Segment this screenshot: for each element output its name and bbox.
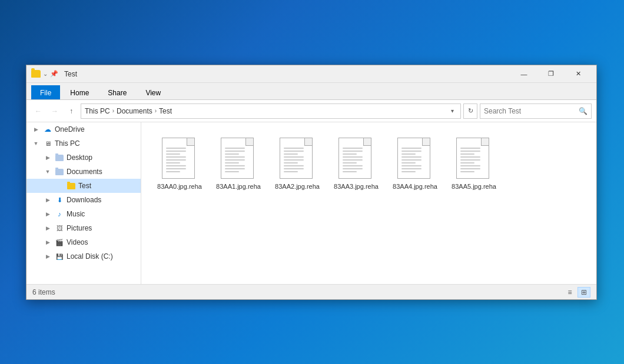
sidebar-item-videos[interactable]: ▶ 🎬 Videos — [26, 235, 141, 249]
search-box: 🔍 — [480, 103, 592, 119]
file-name: 83AA3.jpg.reha — [334, 182, 379, 191]
file-name: 83AA0.jpg.reha — [157, 182, 202, 191]
forward-button[interactable]: → — [48, 104, 62, 118]
sidebar-item-local-disk[interactable]: ▶ 💾 Local Disk (C:) — [26, 249, 141, 263]
file-content-area: 83AA0.jpg.reha83AA1.jpg.reha83AA2.jpg.re… — [141, 122, 596, 284]
file-item[interactable]: 83AA1.jpg.reha — [212, 134, 265, 194]
sidebar-item-pictures[interactable]: ▶ 🖼 Pictures — [26, 221, 141, 235]
sidebar-label-music: Music — [67, 210, 85, 218]
downloads-icon: ⬇ — [55, 195, 64, 205]
sidebar-label-documents: Documents — [67, 168, 102, 176]
file-icon — [280, 138, 315, 180]
file-icon — [221, 138, 256, 180]
file-name: 83AA1.jpg.reha — [216, 182, 261, 191]
folder-icon-title — [31, 69, 41, 79]
ribbon-tabs: File Home Share View — [26, 83, 596, 99]
expand-pictures[interactable]: ▶ — [43, 223, 52, 233]
expand-onedrive[interactable]: ▶ — [31, 125, 41, 134]
file-item[interactable]: 83AA5.jpg.reha — [447, 134, 500, 194]
music-icon: ♪ — [55, 209, 64, 219]
file-icon — [162, 138, 197, 180]
folder-desktop-icon — [55, 153, 64, 162]
item-count: 6 items — [32, 288, 563, 296]
sidebar-item-test[interactable]: ▶ Test — [26, 179, 141, 193]
expand-this-pc[interactable]: ▼ — [31, 139, 41, 148]
ribbon: File Home Share View — [26, 83, 596, 100]
pin-icon: 📌 — [50, 70, 58, 78]
breadcrumb-this-pc[interactable]: This PC — [85, 107, 110, 115]
expand-downloads[interactable]: ▶ — [43, 195, 52, 205]
folder-documents-icon — [55, 167, 64, 176]
toolbar: ← → ↑ This PC › Documents › Test ▾ ↻ 🔍 — [26, 100, 596, 122]
sidebar-label-videos: Videos — [67, 238, 88, 246]
file-name: 83AA5.jpg.reha — [452, 182, 496, 191]
title-bar: ⌄ 📌 Test — ❐ ✕ — [26, 65, 596, 83]
window-title: Test — [62, 70, 507, 78]
tile-view-button[interactable]: ⊞ — [577, 287, 590, 298]
sidebar-label-desktop: Desktop — [67, 153, 92, 162]
file-item[interactable]: 83AA4.jpg.reha — [389, 134, 442, 194]
sidebar-label-test: Test — [78, 182, 91, 190]
tab-home[interactable]: Home — [61, 85, 98, 99]
sidebar-item-documents[interactable]: ▼ Documents — [26, 165, 141, 179]
title-bar-icons: ⌄ 📌 — [31, 69, 58, 79]
breadcrumb: This PC › Documents › Test — [85, 107, 172, 115]
search-icon[interactable]: 🔍 — [579, 107, 588, 115]
pictures-icon: 🖼 — [55, 223, 64, 233]
back-button[interactable]: ← — [31, 104, 45, 118]
close-button[interactable]: ✕ — [565, 65, 592, 83]
expand-desktop[interactable]: ▶ — [43, 153, 52, 162]
sidebar-item-this-pc[interactable]: ▼ 🖥 This PC — [26, 136, 141, 151]
file-icon — [397, 138, 433, 180]
sidebar-label-this-pc: This PC — [55, 139, 80, 148]
file-icon — [456, 138, 492, 180]
sep1: › — [112, 108, 114, 114]
arrow-icon: ⌄ — [43, 71, 48, 77]
file-icon — [338, 138, 374, 180]
expand-music[interactable]: ▶ — [43, 209, 52, 219]
address-bar[interactable]: This PC › Documents › Test ▾ — [81, 103, 461, 119]
list-view-button[interactable]: ≡ — [563, 287, 576, 298]
sidebar-label-onedrive: OneDrive — [55, 125, 85, 133]
breadcrumb-documents[interactable]: Documents — [117, 107, 152, 115]
folder-test-icon — [67, 181, 76, 191]
sidebar-item-downloads[interactable]: ▶ ⬇ Downloads — [26, 193, 141, 207]
window-controls: — ❐ ✕ — [510, 65, 592, 83]
videos-icon: 🎬 — [55, 238, 64, 247]
main-area: ▶ ☁ OneDrive ▼ 🖥 This PC ▶ Desktop ▼ Doc… — [26, 122, 596, 284]
file-name: 83AA4.jpg.reha — [393, 182, 437, 191]
restore-button[interactable]: ❐ — [537, 65, 565, 83]
up-button[interactable]: ↑ — [64, 104, 78, 118]
search-input[interactable] — [484, 107, 579, 115]
tab-file[interactable]: File — [31, 85, 60, 99]
sidebar-label-local-disk: Local Disk (C:) — [67, 252, 113, 261]
status-bar: 6 items ≡ ⊞ — [26, 284, 596, 299]
sidebar-item-desktop[interactable]: ▶ Desktop — [26, 151, 141, 165]
expand-videos[interactable]: ▶ — [43, 238, 52, 247]
sidebar: ▶ ☁ OneDrive ▼ 🖥 This PC ▶ Desktop ▼ Doc… — [26, 122, 141, 284]
address-dropdown-button[interactable]: ▾ — [447, 106, 457, 116]
minimize-button[interactable]: — — [510, 65, 537, 83]
file-item[interactable]: 83AA0.jpg.reha — [153, 134, 206, 194]
file-name: 83AA2.jpg.reha — [275, 182, 320, 191]
sidebar-item-music[interactable]: ▶ ♪ Music — [26, 207, 141, 221]
tab-share[interactable]: Share — [99, 85, 135, 99]
sidebar-label-downloads: Downloads — [67, 196, 101, 204]
file-item[interactable]: 83AA2.jpg.reha — [271, 134, 324, 194]
view-buttons: ≡ ⊞ — [563, 287, 590, 298]
sep2: › — [155, 108, 157, 114]
sidebar-item-onedrive[interactable]: ▶ ☁ OneDrive — [26, 122, 141, 136]
tab-view[interactable]: View — [137, 85, 170, 99]
refresh-button[interactable]: ↻ — [463, 103, 477, 119]
breadcrumb-test[interactable]: Test — [159, 107, 172, 115]
file-explorer-window: ⌄ 📌 Test — ❐ ✕ File Home Share View ← → … — [26, 65, 597, 300]
expand-local-disk[interactable]: ▶ — [43, 252, 52, 261]
sidebar-label-pictures: Pictures — [67, 224, 92, 232]
cloud-icon: ☁ — [43, 125, 52, 134]
expand-documents[interactable]: ▼ — [43, 167, 52, 176]
file-item[interactable]: 83AA3.jpg.reha — [330, 134, 383, 194]
disk-icon: 💾 — [55, 252, 64, 261]
pc-icon: 🖥 — [43, 139, 52, 148]
